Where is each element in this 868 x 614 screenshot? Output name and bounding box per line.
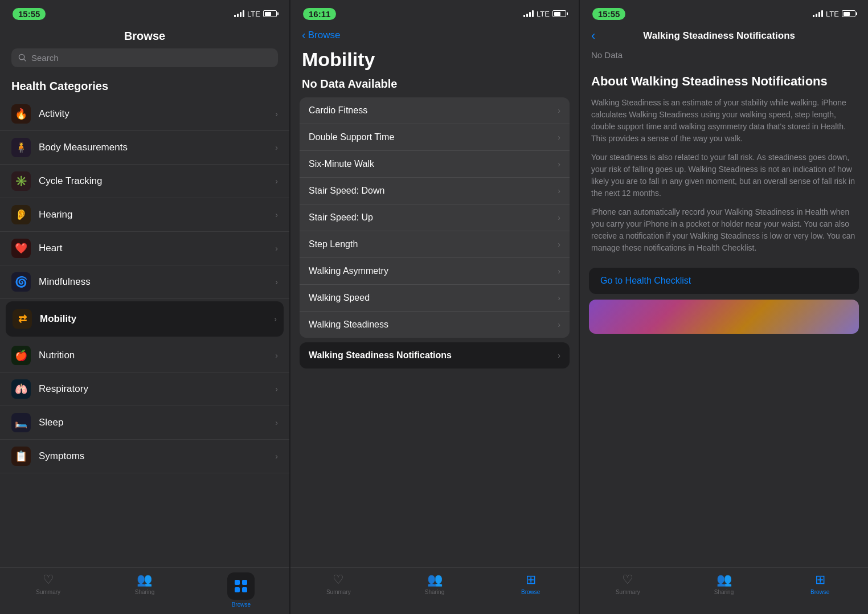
tab-sharing[interactable]: 👥 Sharing: [676, 572, 772, 595]
chevron-icon: ›: [275, 109, 278, 118]
tab-sharing[interactable]: 👥 Sharing: [387, 572, 483, 595]
hearing-icon: 👂: [11, 205, 31, 224]
signal-bars: [234, 10, 244, 17]
mobility-item-double-support[interactable]: Double Support Time ›: [300, 124, 570, 151]
search-icon: [18, 54, 27, 62]
body-icon: 🧍: [11, 138, 31, 157]
activity-icon: 🔥: [11, 104, 31, 124]
category-label-heart: Heart: [39, 243, 275, 254]
browse-tab-btn: [227, 572, 255, 600]
search-bar[interactable]: Search: [11, 48, 278, 67]
category-label-hearing: Hearing: [39, 209, 275, 220]
status-icons: LTE: [813, 10, 855, 18]
summary-tab-icon: ♡: [622, 572, 633, 587]
chevron-icon: ›: [275, 244, 278, 253]
category-item-mobility[interactable]: ⇄ Mobility ›: [6, 301, 284, 337]
category-list: 🔥 Activity › 🧍 Body Measurements › ✳️ Cy…: [0, 97, 289, 567]
tab-sharing[interactable]: 👥 Sharing: [96, 572, 193, 595]
go-checklist-label: Go to Health Checklist: [600, 276, 691, 285]
status-time: 16:11: [303, 8, 336, 20]
status-icons: LTE: [523, 10, 566, 18]
mobility-item-label: Walking Asymmetry: [309, 266, 558, 276]
ws-no-data-label: No Data: [580, 48, 868, 67]
category-item-nutrition[interactable]: 🍎 Nutrition ›: [0, 339, 289, 373]
ws-paragraph-3: iPhone can automatically record your Wal…: [591, 206, 857, 254]
ws-paragraph-1: Walking Steadiness is an estimate of you…: [591, 97, 857, 145]
mobility-item-six-min[interactable]: Six-Minute Walk ›: [300, 151, 570, 178]
go-checklist-button[interactable]: Go to Health Checklist: [589, 268, 859, 294]
category-item-activity[interactable]: 🔥 Activity ›: [0, 97, 289, 131]
chevron-icon: ›: [275, 418, 278, 427]
chevron-icon: ›: [558, 186, 560, 195]
chevron-icon: ›: [558, 351, 560, 360]
chevron-icon: ›: [558, 240, 560, 249]
back-button[interactable]: ‹ Browse: [302, 28, 340, 42]
tab-browse[interactable]: ⊞ Browse: [482, 572, 579, 595]
sharing-tab-icon: 👥: [137, 572, 152, 587]
tab-browse[interactable]: ⊞ Browse: [772, 572, 868, 595]
chevron-icon: ›: [558, 267, 560, 276]
category-label-mindfulness: Mindfulness: [39, 276, 275, 288]
browse-tab-icon: ⊞: [526, 572, 536, 587]
status-time: 15:55: [592, 8, 625, 20]
mobility-item-stair-down[interactable]: Stair Speed: Down ›: [300, 178, 570, 204]
tab-summary[interactable]: ♡ Summary: [580, 572, 676, 595]
browse-tab-label: Browse: [810, 589, 829, 595]
signal-bars: [813, 10, 823, 17]
category-item-symptoms[interactable]: 📋 Symptoms ›: [0, 440, 289, 473]
mobility-item-ws-notifications[interactable]: Walking Steadiness Notifications ›: [300, 342, 570, 369]
back-label: Browse: [308, 30, 341, 41]
mobility-item-walking-asym[interactable]: Walking Asymmetry ›: [300, 258, 570, 285]
category-label-mobility: Mobility: [40, 313, 274, 325]
category-label-respiratory: Respiratory: [39, 383, 275, 395]
category-label-activity: Activity: [39, 108, 275, 120]
tab-browse[interactable]: Browse: [193, 572, 289, 608]
summary-tab-label: Summary: [326, 589, 351, 595]
category-item-heart[interactable]: ❤️ Heart ›: [0, 232, 289, 265]
sharing-tab-label: Sharing: [135, 589, 154, 595]
cycle-icon: ✳️: [11, 171, 31, 191]
chevron-icon: ›: [558, 213, 560, 222]
mobility-item-label: Stair Speed: Down: [309, 186, 558, 196]
category-item-cycle[interactable]: ✳️ Cycle Tracking ›: [0, 165, 289, 198]
category-item-body[interactable]: 🧍 Body Measurements ›: [0, 131, 289, 165]
sharing-tab-icon: 👥: [427, 572, 443, 587]
category-item-mindfulness[interactable]: 🌀 Mindfulness ›: [0, 265, 289, 299]
chevron-icon: ›: [275, 210, 278, 219]
summary-tab-label: Summary: [616, 589, 640, 595]
mobility-item-label: Cardio Fitness: [309, 105, 558, 116]
category-item-hearing[interactable]: 👂 Hearing ›: [0, 198, 289, 232]
category-item-sleep[interactable]: 🛏️ Sleep ›: [0, 406, 289, 440]
mobility-item-label: Walking Steadiness: [309, 320, 558, 330]
ws-nav-header: ‹ Walking Steadiness Notifications: [580, 25, 868, 48]
mobility-item-step-length[interactable]: Step Length ›: [300, 231, 570, 258]
mobility-item-stair-up[interactable]: Stair Speed: Up ›: [300, 204, 570, 231]
sharing-tab-label: Sharing: [425, 589, 444, 595]
mobility-icon: ⇄: [13, 309, 32, 329]
summary-tab-label: Summary: [36, 589, 60, 595]
status-bar: 15:55 LTE: [0, 0, 289, 25]
ws-about-title: About Walking Steadiness Notifications: [591, 73, 857, 90]
chevron-icon: ›: [275, 351, 278, 360]
tab-summary[interactable]: ♡ Summary: [290, 572, 387, 595]
mobility-item-walking-speed[interactable]: Walking Speed ›: [300, 285, 570, 312]
sleep-icon: 🛏️: [11, 413, 31, 432]
chevron-icon: ›: [275, 143, 278, 152]
mobility-list: Cardio Fitness › Double Support Time › S…: [300, 97, 570, 338]
category-item-respiratory[interactable]: 🫁 Respiratory ›: [0, 373, 289, 406]
mobility-item-walking-steadiness[interactable]: Walking Steadiness ›: [300, 312, 570, 338]
mobility-item-label: Walking Speed: [309, 293, 558, 303]
tab-bar: ♡ Summary 👥 Sharing ⊞ Browse: [290, 567, 579, 614]
summary-tab-icon: ♡: [333, 572, 344, 587]
health-categories-label: Health Categories: [0, 73, 289, 97]
phone-browse: 15:55 LTE Browse Search: [0, 0, 289, 614]
browse-header: Browse Search: [0, 25, 289, 73]
mobility-list-container: Cardio Fitness › Double Support Time › S…: [290, 97, 579, 567]
tab-summary[interactable]: ♡ Summary: [0, 572, 96, 595]
sharing-tab-icon: 👥: [716, 572, 732, 587]
category-label-cycle: Cycle Tracking: [39, 175, 275, 187]
ws-about-section: About Walking Steadiness Notifications W…: [580, 67, 868, 268]
mobility-item-cardio[interactable]: Cardio Fitness ›: [300, 97, 570, 124]
back-chevron-icon: ‹: [302, 28, 306, 42]
back-button[interactable]: ‹: [591, 28, 595, 43]
